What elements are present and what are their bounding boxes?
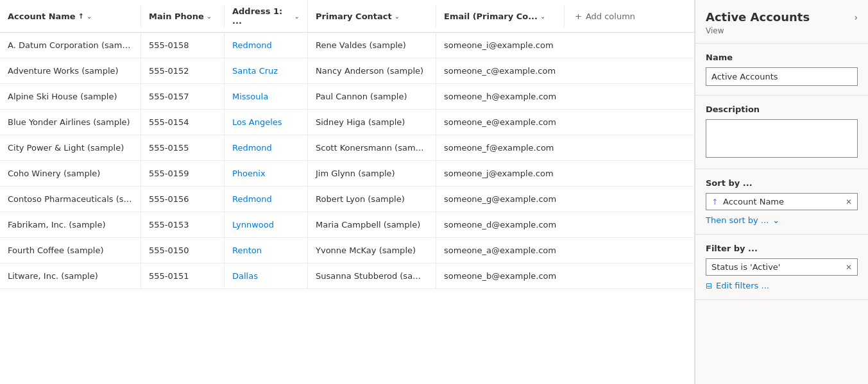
table-cell[interactable]: Missoula: [225, 84, 308, 109]
sort-asc-icon: ↑: [78, 12, 84, 21]
table-cell: someone_g@example.com: [436, 187, 565, 212]
col-header-contact[interactable]: Primary Contact ⌄: [308, 5, 436, 28]
sort-tag-close-icon[interactable]: ✕: [846, 197, 852, 206]
panel-sort-section: Sort by ... ↑ Account Name ✕ Then sort b…: [695, 169, 868, 235]
table-cell[interactable]: Redmond: [225, 187, 308, 212]
table-cell: City Power & Light (sample): [0, 135, 141, 160]
panel-description-input[interactable]: [706, 119, 858, 158]
panel-name-section: Name: [695, 44, 868, 96]
table-cell: someone_e@example.com: [436, 110, 565, 135]
table-cell: Fabrikam, Inc. (sample): [0, 212, 141, 237]
then-sort-chevron-icon: ⌄: [772, 215, 779, 225]
panel-filter-label: Filter by ...: [706, 244, 858, 253]
sort-tag: ↑ Account Name ✕: [706, 193, 858, 210]
add-column-button[interactable]: + Add column: [565, 5, 645, 28]
table-row[interactable]: Alpine Ski House (sample)555-0157Missoul…: [0, 84, 694, 110]
table-cell: Jim Glynn (sample): [308, 161, 436, 186]
panel-sort-label: Sort by ...: [706, 178, 858, 188]
table-cell: 555-0150: [141, 238, 225, 263]
then-sort-label: Then sort by ...: [706, 215, 769, 225]
table-cell[interactable]: Redmond: [225, 135, 308, 160]
table-cell: Nancy Anderson (sample): [308, 58, 436, 83]
table-cell: 555-0156: [141, 187, 225, 212]
table-cell: someone_d@example.com: [436, 212, 565, 237]
table-row[interactable]: Fourth Coffee (sample)555-0150RentonYvon…: [0, 238, 694, 263]
col-account-chevron-icon: ⌄: [87, 13, 92, 20]
table-cell: Robert Lyon (sample): [308, 187, 436, 212]
table-cell[interactable]: Redmond: [225, 33, 308, 58]
col-account-label: Account Name: [8, 12, 76, 21]
table-header: Account Name ↑ ⌄ Main Phone ⌄ Address 1:…: [0, 0, 694, 33]
col-header-address[interactable]: Address 1: ... ⌄: [225, 0, 308, 32]
table-row[interactable]: Fabrikam, Inc. (sample)555-0153LynnwoodM…: [0, 212, 694, 238]
col-contact-label: Primary Contact: [316, 12, 392, 21]
edit-filters-button[interactable]: ⊟ Edit filters ...: [706, 281, 858, 290]
sort-asc-tag-icon: ↑: [711, 197, 718, 206]
table-cell: someone_h@example.com: [436, 84, 565, 109]
col-address-chevron-icon: ⌄: [294, 13, 300, 20]
panel-header: Active Accounts ›: [695, 0, 868, 26]
filter-icon: ⊟: [706, 281, 712, 290]
panel-name-label: Name: [706, 53, 858, 62]
table-cell: 555-0158: [141, 33, 225, 58]
panel-description-label: Description: [706, 104, 858, 114]
table-row[interactable]: Contoso Pharmaceuticals (sample)555-0156…: [0, 187, 694, 212]
panel-view-label: View: [695, 26, 868, 43]
table-cell: 555-0152: [141, 58, 225, 83]
table-row[interactable]: Adventure Works (sample)555-0152Santa Cr…: [0, 58, 694, 84]
table-cell: someone_f@example.com: [436, 135, 565, 160]
table-cell[interactable]: Phoenix: [225, 161, 308, 186]
then-sort-button[interactable]: Then sort by ... ⌄: [706, 215, 858, 225]
table-cell: Blue Yonder Airlines (sample): [0, 110, 141, 135]
table-cell: 555-0154: [141, 110, 225, 135]
col-phone-label: Main Phone: [149, 12, 204, 21]
table-row[interactable]: A. Datum Corporation (sample)555-0158Red…: [0, 33, 694, 58]
table-cell: 555-0155: [141, 135, 225, 160]
table-cell: 555-0159: [141, 161, 225, 186]
table-cell: someone_b@example.com: [436, 263, 565, 288]
table-panel: Account Name ↑ ⌄ Main Phone ⌄ Address 1:…: [0, 0, 695, 384]
panel-close-icon[interactable]: ›: [854, 12, 858, 22]
col-email-chevron-icon: ⌄: [540, 13, 545, 20]
table-row[interactable]: Litware, Inc. (sample)555-0151DallasSusa…: [0, 263, 694, 289]
filter-tag-close-icon[interactable]: ✕: [846, 263, 852, 272]
panel-name-input[interactable]: [706, 67, 858, 86]
table-cell: 555-0157: [141, 84, 225, 109]
table-cell: someone_c@example.com: [436, 58, 565, 83]
table-cell[interactable]: Lynnwood: [225, 212, 308, 237]
table-cell[interactable]: Santa Cruz: [225, 58, 308, 83]
table-cell: Fourth Coffee (sample): [0, 238, 141, 263]
table-body: A. Datum Corporation (sample)555-0158Red…: [0, 33, 694, 384]
col-header-email[interactable]: Email (Primary Co... ⌄: [436, 5, 565, 28]
table-cell: Litware, Inc. (sample): [0, 263, 141, 288]
table-cell: 555-0153: [141, 212, 225, 237]
table-cell: Maria Campbell (sample): [308, 212, 436, 237]
table-row[interactable]: City Power & Light (sample)555-0155Redmo…: [0, 135, 694, 161]
table-cell: Coho Winery (sample): [0, 161, 141, 186]
table-cell: Paul Cannon (sample): [308, 84, 436, 109]
panel-description-section: Description: [695, 96, 868, 169]
table-row[interactable]: Coho Winery (sample)555-0159PhoenixJim G…: [0, 161, 694, 187]
right-panel: Active Accounts › View Name Description …: [695, 0, 868, 384]
col-contact-chevron-icon: ⌄: [395, 13, 400, 20]
table-cell[interactable]: Los Angeles: [225, 110, 308, 135]
table-row[interactable]: Blue Yonder Airlines (sample)555-0154Los…: [0, 110, 694, 135]
table-cell: Rene Valdes (sample): [308, 33, 436, 58]
table-cell: Scott Konersmann (sample): [308, 135, 436, 160]
table-cell[interactable]: Renton: [225, 238, 308, 263]
panel-filter-section: Filter by ... Status is 'Active' ✕ ⊟ Edi…: [695, 235, 868, 300]
table-cell: Sidney Higa (sample): [308, 110, 436, 135]
col-address-label: Address 1: ...: [232, 6, 292, 26]
sort-tag-label: Account Name: [723, 197, 840, 206]
table-cell: A. Datum Corporation (sample): [0, 33, 141, 58]
col-header-phone[interactable]: Main Phone ⌄: [141, 5, 225, 28]
add-column-plus-icon: +: [575, 12, 582, 21]
table-cell: Susanna Stubberod (samp...: [308, 263, 436, 288]
table-cell: someone_j@example.com: [436, 161, 565, 186]
table-cell[interactable]: Dallas: [225, 263, 308, 288]
filter-tag: Status is 'Active' ✕: [706, 258, 858, 276]
col-email-label: Email (Primary Co...: [444, 12, 538, 21]
panel-title: Active Accounts: [706, 10, 810, 24]
col-header-account[interactable]: Account Name ↑ ⌄: [0, 5, 141, 28]
filter-tag-label: Status is 'Active': [711, 262, 840, 272]
